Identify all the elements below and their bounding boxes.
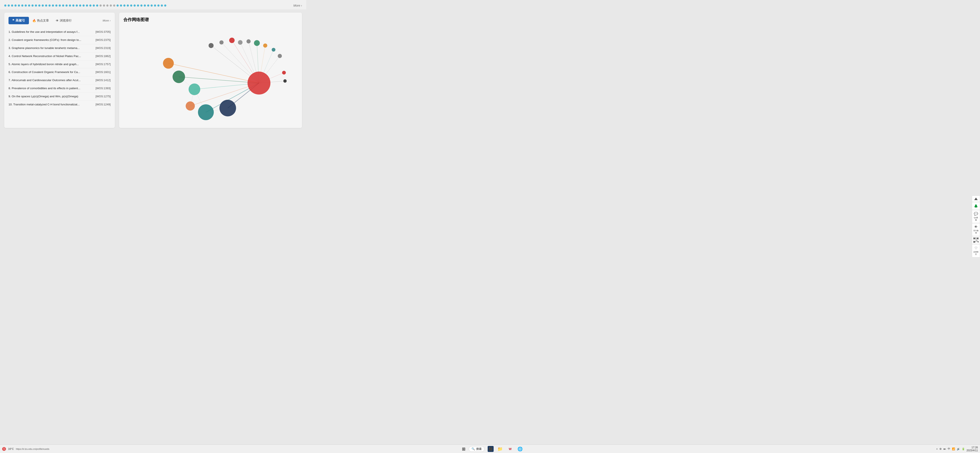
dot-42 — [147, 5, 149, 6]
paper-item-6[interactable]: 6. Construction of Covalent Organic Fram… — [8, 69, 111, 77]
dot-41 — [144, 5, 146, 6]
dot-8 — [32, 5, 33, 6]
tab-browse-label: 浏览排行 — [60, 19, 72, 22]
tab-highly-cited[interactable]: ❝ 高被引 — [8, 17, 29, 24]
node-zhongshan[interactable] — [172, 70, 185, 83]
dot-47 — [164, 5, 166, 6]
node-red1[interactable] — [229, 38, 235, 43]
paper-title-9: 9. On the spaces Lp(x)(Omega) and Wm, p(… — [8, 94, 89, 99]
node-gray1[interactable] — [208, 43, 214, 48]
dot-30 — [107, 5, 108, 6]
paper-title-4: 4. Control Network Reconstruction of Nic… — [8, 54, 89, 58]
network-canvas — [123, 25, 299, 125]
dot-11 — [42, 5, 44, 6]
dot-3 — [14, 5, 17, 6]
node-teal2[interactable] — [254, 40, 260, 46]
node-lanzhou[interactable] — [248, 72, 270, 94]
paper-item-7[interactable]: 7. Alirocumab and Cardiovascular Outcome… — [8, 77, 111, 85]
paper-title-8: 8. Prevalence of comorbidities and its e… — [8, 86, 89, 91]
main-content: ❝ 高被引 🔥 热点文章 👁 浏览排行 More › 1. Guidelines… — [0, 10, 306, 131]
paper-wos-3: [WOS:2319] — [91, 46, 111, 49]
quote-icon: ❝ — [12, 19, 14, 22]
paper-wos-1: [WOS:3705] — [91, 30, 111, 33]
tab-browse-rank[interactable]: 👁 浏览排行 — [52, 17, 75, 24]
right-panel: 合作网络图谱 — [119, 13, 302, 128]
paper-item-2[interactable]: 2. Covalent organic frameworks (COFs): f… — [8, 36, 111, 44]
tab-hot-label: 热点文章 — [37, 19, 49, 22]
dot-14 — [52, 5, 54, 6]
left-panel: ❝ 高被引 🔥 热点文章 👁 浏览排行 More › 1. Guidelines… — [4, 13, 115, 128]
tab-hot-articles[interactable]: 🔥 热点文章 — [29, 17, 52, 24]
paper-item-8[interactable]: 8. Prevalence of comorbidities and its e… — [8, 85, 111, 93]
node-gray4[interactable] — [247, 39, 251, 44]
tab-more-button[interactable]: More › — [102, 19, 111, 22]
node-teal_large[interactable] — [198, 104, 214, 120]
dot-18 — [65, 5, 68, 6]
dot-35 — [123, 5, 126, 6]
paper-item-5[interactable]: 5. Atomic layers of hybridized boron nit… — [8, 61, 111, 69]
paper-item-10[interactable]: 10. Transition metal-catalyzed C-H bond … — [8, 101, 111, 108]
dot-21 — [76, 5, 78, 6]
dot-6 — [25, 5, 27, 6]
dot-39 — [137, 5, 139, 6]
dot-12 — [45, 5, 47, 6]
dot-10 — [38, 5, 40, 6]
dot-4 — [18, 5, 20, 6]
dot-24 — [86, 5, 88, 6]
paper-wos-10: [WOS:1249] — [91, 103, 111, 106]
paper-title-10: 10. Transition metal-catalyzed C-H bond … — [8, 103, 89, 107]
paper-list: 1. Guidelines for the use and interpreta… — [8, 28, 111, 108]
node-orange2[interactable] — [263, 43, 267, 48]
paper-title-3: 3. Graphene plasmonics for tunable terah… — [8, 46, 89, 50]
node-nanjing[interactable] — [189, 83, 200, 95]
dot-2 — [11, 5, 13, 6]
dot-0 — [4, 5, 6, 6]
fire-icon: 🔥 — [32, 19, 36, 22]
paper-wos-2: [WOS:2375] — [91, 38, 111, 41]
dot-32 — [113, 5, 115, 6]
dot-26 — [93, 5, 95, 6]
dot-33 — [116, 5, 119, 6]
more-top-button[interactable]: More › — [293, 4, 302, 7]
tab-highly-cited-label: 高被引 — [16, 19, 25, 22]
dot-1 — [8, 5, 10, 6]
paper-item-3[interactable]: 3. Graphene plasmonics for tunable terah… — [8, 44, 111, 53]
paper-title-6: 6. Construction of Covalent Organic Fram… — [8, 70, 89, 74]
node-red2[interactable] — [282, 71, 286, 75]
dot-44 — [154, 5, 156, 6]
dot-45 — [158, 5, 159, 6]
dot-40 — [140, 5, 143, 6]
dot-34 — [120, 5, 122, 6]
node-gray2[interactable] — [220, 40, 224, 45]
paper-item-4[interactable]: 4. Control Network Reconstruction of Nic… — [8, 53, 111, 61]
dot-46 — [161, 5, 163, 6]
paper-item-9[interactable]: 9. On the spaces Lp(x)(Omega) and Wm, p(… — [8, 93, 111, 101]
dot-5 — [21, 5, 23, 6]
dots-container — [4, 5, 293, 6]
dot-25 — [89, 5, 91, 6]
paper-wos-9: [WOS:1275] — [91, 95, 111, 98]
node-gray3[interactable] — [238, 40, 243, 45]
eye-icon: 👁 — [56, 19, 59, 22]
paper-title-5: 5. Atomic layers of hybridized boron nit… — [8, 62, 89, 66]
paper-wos-4: [WOS:1862] — [91, 54, 111, 58]
tab-bar: ❝ 高被引 🔥 热点文章 👁 浏览排行 More › — [8, 17, 111, 24]
node-black1[interactable] — [283, 80, 287, 83]
dot-15 — [55, 5, 57, 6]
dot-9 — [35, 5, 37, 6]
node-beijing[interactable] — [186, 101, 195, 110]
dot-37 — [130, 5, 132, 6]
node-gray5[interactable] — [278, 54, 282, 58]
paper-item-1[interactable]: 1. Guidelines for the use and interpreta… — [8, 28, 111, 36]
dot-31 — [110, 5, 112, 6]
paper-title-1: 1. Guidelines for the use and interpreta… — [8, 30, 89, 34]
paper-title-7: 7. Alirocumab and Cardiovascular Outcome… — [8, 78, 89, 82]
dot-22 — [79, 5, 81, 6]
dot-23 — [83, 5, 84, 6]
node-teal3[interactable] — [272, 48, 275, 52]
network-title: 合作网络图谱 — [123, 17, 299, 22]
dot-17 — [62, 5, 64, 6]
dot-28 — [100, 5, 102, 6]
node-xibei[interactable] — [163, 58, 174, 69]
node-dark_large[interactable] — [220, 100, 236, 116]
